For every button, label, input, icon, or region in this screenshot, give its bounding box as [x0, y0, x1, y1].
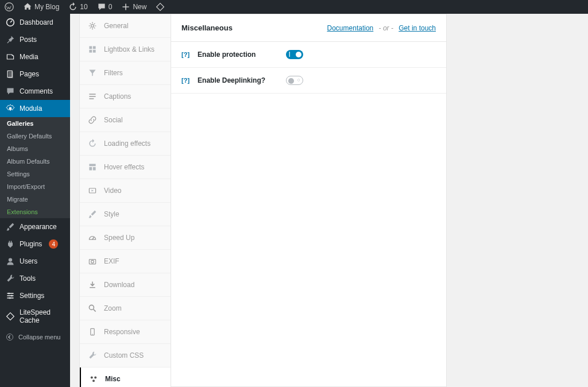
search-icon — [88, 304, 97, 313]
tab-download[interactable]: Download — [80, 273, 171, 297]
sidebar-item-label: LiteSpeed Cache — [20, 308, 64, 324]
sliders-icon — [6, 291, 15, 300]
admin-bar: My Blog 10 0 New — [0, 0, 588, 14]
diamond-icon — [6, 312, 15, 321]
sidebar-item-media[interactable]: Media — [0, 48, 70, 65]
svg-rect-12 — [93, 46, 96, 49]
settings-tabs: General Lightbox & Links Filters Caption… — [79, 14, 171, 387]
svg-point-20 — [91, 260, 94, 263]
tab-exif[interactable]: EXIF — [80, 250, 171, 273]
updates-count: 10 — [80, 3, 87, 11]
svg-rect-15 — [89, 164, 95, 166]
sidebar-item-label: Posts — [20, 36, 37, 44]
sidebar-item-modula[interactable]: Modula — [0, 100, 70, 117]
updates[interactable]: 10 — [68, 2, 87, 11]
tab-label: Hover effects — [104, 163, 144, 171]
tab-customcss[interactable]: Custom CSS — [80, 344, 171, 367]
panel-links: Documentation - or - Get in touch — [327, 24, 436, 32]
svg-point-0 — [5, 3, 13, 11]
svg-point-8 — [9, 297, 11, 299]
sidebar-item-litespeed[interactable]: LiteSpeed Cache — [0, 304, 70, 328]
link-icon — [88, 115, 97, 125]
collapse-menu[interactable]: Collapse menu — [0, 328, 70, 346]
help-icon[interactable]: [?] — [181, 51, 189, 58]
play-icon — [88, 186, 97, 195]
comments-count[interactable]: 0 — [97, 2, 113, 11]
submenu-import-export[interactable]: Import/Export — [0, 180, 70, 193]
svg-rect-13 — [89, 50, 92, 53]
setting-enable-deeplinking: [?] Enable Deeplinking? ○ — [171, 68, 446, 94]
documentation-link[interactable]: Documentation — [327, 24, 374, 32]
diamond-icon[interactable] — [156, 2, 165, 11]
tab-video[interactable]: Video — [80, 179, 171, 203]
tab-label: Loading effects — [104, 140, 150, 148]
help-icon[interactable]: [?] — [181, 77, 189, 84]
panel-header: Miscellaneous Documentation - or - Get i… — [171, 14, 446, 42]
wrench-icon — [88, 351, 97, 360]
sidebar-item-appearance[interactable]: Appearance — [0, 218, 70, 235]
modula-submenu: Galleries Gallery Defaults Albums Album … — [0, 117, 70, 218]
sidebar-item-settings[interactable]: Settings — [0, 287, 70, 304]
tab-label: Style — [104, 210, 119, 218]
tab-zoom[interactable]: Zoom — [80, 297, 171, 320]
setting-enable-protection: [?] Enable protection | — [171, 42, 446, 68]
submenu-extensions[interactable]: Extensions — [0, 206, 70, 218]
sidebar-item-label: Tools — [20, 274, 36, 282]
sidebar-item-comments[interactable]: Comments — [0, 83, 70, 100]
svg-point-9 — [6, 334, 13, 340]
tab-label: EXIF — [104, 257, 119, 265]
main-panel: Miscellaneous Documentation - or - Get i… — [171, 14, 447, 387]
tab-captions[interactable]: Captions — [80, 85, 171, 109]
new-label: New — [133, 3, 146, 11]
tab-general[interactable]: General — [80, 14, 171, 38]
sidebar-item-users[interactable]: Users — [0, 253, 70, 270]
tab-hover[interactable]: Hover effects — [80, 156, 171, 179]
gear-icon — [6, 104, 15, 113]
tab-misc[interactable]: Misc — [80, 367, 171, 387]
gear-icon — [88, 21, 97, 30]
svg-point-25 — [94, 377, 96, 379]
site-name[interactable]: My Blog — [23, 2, 59, 11]
sidebar-item-pages[interactable]: Pages — [0, 65, 70, 83]
sidebar-item-label: Dashboard — [20, 18, 53, 26]
tab-label: Filters — [104, 69, 123, 77]
sidebar-item-posts[interactable]: Posts — [0, 31, 70, 48]
refresh-icon — [88, 139, 97, 148]
tab-social[interactable]: Social — [80, 109, 171, 132]
user-icon — [6, 257, 15, 266]
tab-style[interactable]: Style — [80, 203, 171, 226]
submenu-migrate[interactable]: Migrate — [0, 193, 70, 206]
submenu-album-defaults[interactable]: Album Defaults — [0, 155, 70, 168]
sidebar-item-plugins[interactable]: Plugins 4 — [0, 235, 70, 253]
sidebar-item-dashboard[interactable]: Dashboard — [0, 14, 70, 31]
tab-speedup[interactable]: Speed Up — [80, 226, 171, 250]
panel-title: Miscellaneous — [181, 24, 233, 32]
tab-responsive[interactable]: Responsive — [80, 320, 171, 344]
submenu-gallery-defaults[interactable]: Gallery Defaults — [0, 130, 70, 142]
submenu-galleries[interactable]: Galleries — [0, 117, 70, 130]
tab-loading[interactable]: Loading effects — [80, 132, 171, 156]
svg-point-10 — [91, 25, 94, 28]
toggle-enable-protection[interactable]: | — [286, 50, 303, 59]
tab-lightbox[interactable]: Lightbox & Links — [80, 38, 171, 61]
comments-icon — [6, 87, 15, 96]
tab-filters[interactable]: Filters — [80, 61, 171, 85]
svg-rect-16 — [89, 167, 92, 171]
wp-logo[interactable] — [5, 2, 14, 11]
wrench-icon — [6, 274, 15, 283]
setting-label: Enable Deeplinking? — [198, 76, 278, 84]
toggle-enable-deeplinking[interactable]: ○ — [286, 76, 303, 85]
sidebar-item-tools[interactable]: Tools — [0, 270, 70, 287]
download-icon — [88, 280, 97, 289]
pin-icon — [6, 35, 15, 44]
new-content[interactable]: New — [121, 2, 146, 11]
submenu-albums[interactable]: Albums — [0, 142, 70, 155]
submenu-settings[interactable]: Settings — [0, 168, 70, 180]
layout-icon — [88, 162, 97, 172]
svg-point-7 — [11, 295, 13, 296]
svg-rect-11 — [89, 46, 92, 49]
svg-rect-17 — [93, 167, 96, 171]
contact-link[interactable]: Get in touch — [399, 24, 436, 32]
separator: - or - — [379, 24, 393, 32]
sidebar-item-label: Pages — [20, 70, 39, 78]
